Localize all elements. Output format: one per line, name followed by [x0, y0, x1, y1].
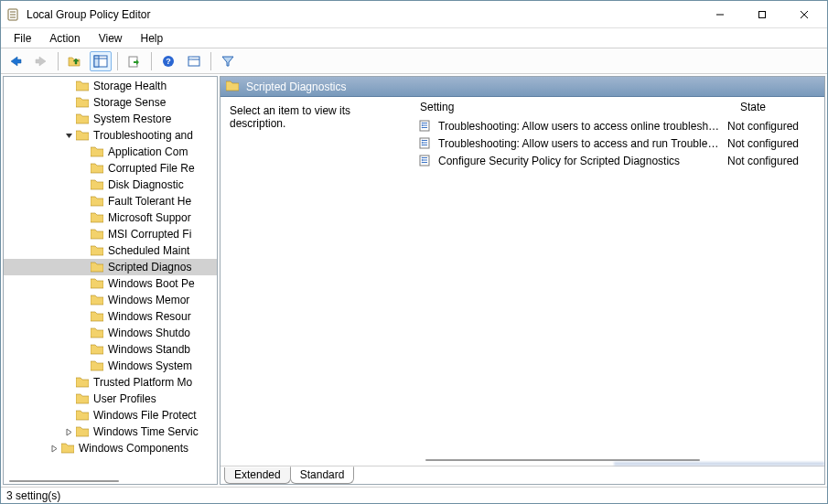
- folder-icon: [75, 113, 90, 125]
- detail-heading-text: Scripted Diagnostics: [246, 80, 346, 93]
- tree-item[interactable]: Windows Resour: [4, 308, 217, 325]
- tree-item[interactable]: Scheduled Maint: [4, 242, 217, 259]
- menu-help[interactable]: Help: [134, 30, 171, 47]
- col-setting[interactable]: Setting: [413, 99, 733, 115]
- tree-item-label: Storage Health: [93, 80, 167, 92]
- setting-row[interactable]: Configure Security Policy for Scripted D…: [413, 152, 824, 169]
- minimize-button[interactable]: [699, 1, 741, 27]
- tree-item[interactable]: Windows Standb: [4, 341, 217, 358]
- description-column: Select an item to view its description.: [220, 97, 413, 466]
- svg-point-22: [422, 124, 424, 126]
- statusbar: 3 setting(s): [1, 487, 827, 503]
- menu-file[interactable]: File: [6, 30, 38, 47]
- policy-icon: [418, 155, 433, 167]
- tree-item[interactable]: Troubleshooting and: [4, 127, 217, 144]
- tree-item-label: Fault Tolerant He: [108, 195, 191, 208]
- tree-item[interactable]: Windows Shutdo: [4, 325, 217, 341]
- menu-action[interactable]: Action: [42, 30, 87, 47]
- folder-icon: [75, 392, 90, 405]
- back-button[interactable]: [5, 51, 27, 71]
- tree-item[interactable]: Corrupted File Re: [4, 160, 217, 177]
- properties-button[interactable]: [183, 51, 205, 71]
- tree-hscrollbar[interactable]: [4, 478, 217, 484]
- svg-point-21: [422, 123, 424, 124]
- chevron-down-icon[interactable]: [62, 132, 75, 140]
- tree-item[interactable]: Windows Components: [4, 440, 217, 456]
- folder-icon: [90, 195, 104, 208]
- tree-item-label: Trusted Platform Mo: [93, 376, 192, 389]
- toolbar-sep: [210, 52, 211, 70]
- settings-grid: Setting State Troubleshooting: Allow use…: [413, 97, 824, 466]
- tree-scroll[interactable]: Storage HealthStorage SenseSystem Restor…: [4, 77, 217, 478]
- tree-item[interactable]: Windows File Protect: [4, 407, 217, 424]
- setting-row[interactable]: Troubleshooting: Allow users to access o…: [413, 117, 824, 134]
- toolbar-sep: [117, 52, 118, 70]
- policy-icon: [418, 120, 433, 133]
- grid-rows: Troubleshooting: Allow users to access o…: [413, 117, 824, 466]
- setting-state: Not configured: [727, 137, 819, 150]
- folder-icon: [75, 409, 90, 422]
- tree-item[interactable]: Trusted Platform Mo: [4, 374, 217, 391]
- tree-item[interactable]: Scripted Diagnos: [4, 259, 217, 275]
- tree-item[interactable]: Windows Boot Pe: [4, 275, 217, 292]
- tab-extended[interactable]: Extended: [224, 467, 291, 484]
- chevron-right-icon[interactable]: [48, 445, 60, 453]
- tree-item-label: Windows Components: [79, 442, 188, 455]
- decoration-blur: [614, 462, 824, 466]
- tree-item[interactable]: Storage Health: [4, 78, 217, 94]
- up-folder-button[interactable]: [64, 51, 86, 71]
- setting-name: Troubleshooting: Allow users to access a…: [438, 137, 722, 150]
- folder-icon: [90, 359, 104, 372]
- tree-item[interactable]: Fault Tolerant He: [4, 193, 217, 209]
- folder-icon: [75, 129, 90, 142]
- chevron-right-icon[interactable]: [62, 428, 75, 436]
- tree-item-label: Windows Shutdo: [108, 327, 190, 339]
- tree-item[interactable]: User Profiles: [4, 391, 217, 407]
- folder-icon: [226, 80, 241, 93]
- svg-rect-16: [189, 57, 192, 59]
- setting-name: Troubleshooting: Allow users to access o…: [438, 120, 722, 133]
- svg-point-23: [422, 127, 424, 129]
- maximize-button[interactable]: [741, 1, 783, 27]
- tree-item-label: Windows File Protect: [93, 409, 197, 422]
- tree-item[interactable]: MSI Corrupted Fi: [4, 226, 217, 242]
- show-tree-button[interactable]: [90, 51, 112, 71]
- tree-item[interactable]: Application Com: [4, 144, 217, 160]
- tree-item[interactable]: Windows Memor: [4, 292, 217, 308]
- export-list-button[interactable]: [124, 51, 145, 71]
- tree-item[interactable]: Microsoft Suppor: [4, 209, 217, 226]
- tree-item-label: Troubleshooting and: [93, 129, 193, 142]
- folder-icon: [75, 376, 90, 389]
- folder-icon: [90, 343, 104, 356]
- svg-rect-9: [94, 56, 99, 67]
- folder-icon: [90, 228, 104, 241]
- tree-item[interactable]: Windows Time Servic: [4, 424, 217, 440]
- help-button[interactable]: ?: [157, 51, 179, 71]
- col-state[interactable]: State: [733, 99, 824, 115]
- filter-button[interactable]: [217, 51, 239, 71]
- description-placeholder: Select an item to view its description.: [230, 104, 403, 130]
- svg-point-30: [422, 145, 424, 146]
- tree-item-label: Corrupted File Re: [108, 162, 195, 175]
- tree-item-label: Storage Sense: [93, 96, 166, 109]
- folder-icon: [90, 277, 104, 290]
- menubar: File Action View Help: [1, 28, 827, 48]
- close-button[interactable]: [783, 1, 825, 27]
- tree-item-label: Windows System: [108, 359, 192, 372]
- tree-item[interactable]: Disk Diagnostic: [4, 177, 217, 193]
- tree-item-label: Windows Standb: [108, 343, 190, 356]
- tree-item[interactable]: Windows System: [4, 358, 217, 374]
- tree-item[interactable]: Storage Sense: [4, 94, 217, 111]
- detail-tabs: Extended Standard: [220, 466, 824, 484]
- menu-view[interactable]: View: [91, 30, 130, 47]
- tree-item[interactable]: System Restore: [4, 111, 217, 127]
- toolbar-sep: [58, 52, 59, 70]
- setting-row[interactable]: Troubleshooting: Allow users to access a…: [413, 134, 824, 152]
- folder-icon: [90, 211, 104, 224]
- tab-standard[interactable]: Standard: [290, 466, 355, 484]
- window-controls: [699, 1, 825, 27]
- forward-button[interactable]: [30, 51, 52, 71]
- svg-rect-5: [759, 11, 766, 17]
- status-text: 3 setting(s): [6, 489, 60, 502]
- tree-pane: Storage HealthStorage SenseSystem Restor…: [3, 76, 218, 485]
